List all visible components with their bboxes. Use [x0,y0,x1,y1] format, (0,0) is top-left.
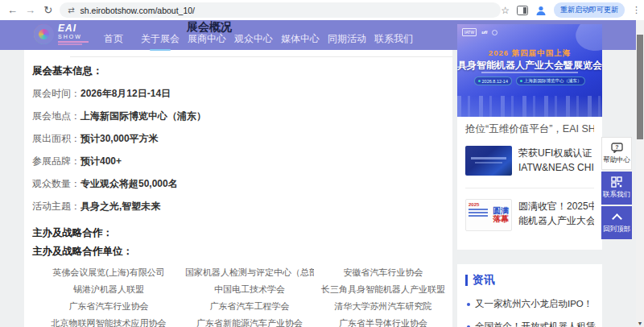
banner-article-title[interactable]: 抢位“五维价值平台”，EAI SHOW 2026，... [465,122,594,135]
chevron-up-icon [612,213,622,224]
banner-badges: 2026.8.12-14 上海新国际博览中心（浦东） [457,77,602,85]
org-cell: 中国电工技术学会 [185,281,314,298]
browser-toolbar: ← → ↻ ⇄ sh.eirobotshow.com/about_10/ ☆ 重… [0,0,644,20]
info-section-title: 展会基本信息： [32,66,452,77]
active-nav-underline [150,49,171,51]
banner-title: 具身智能机器人产业大会暨展览会 [457,59,602,72]
url-text[interactable]: sh.eirobotshow.com/about_10/ [80,6,195,15]
nav-item-about[interactable]: 关于展会 [141,32,180,51]
chrome-menu-icon[interactable]: ⋮ [632,5,641,15]
news-thumbnail [465,146,512,176]
org-cell: 广东省汽车工程学会 [185,298,314,315]
divider [465,188,594,188]
org-cell: 广东省新能源汽车产业协会 [185,315,314,327]
back-to-top-button[interactable]: 回到顶部 [601,206,632,239]
org-cell: 安徽省汽车行业协会 [314,264,452,281]
org-cell: 长三角具身智能机器人产业联盟 [314,281,452,298]
reload-icon[interactable]: ↻ [43,4,53,16]
page-scrollbar[interactable]: ▼ [636,20,644,327]
org-cell: 广东省半导体行业协会 [314,315,452,327]
logo-subtext-bar [58,41,89,43]
round-logo [492,30,497,35]
thumb-text: 落幕 [493,215,509,223]
scrollbar-down-arrow[interactable]: ▼ [636,321,644,326]
banner-subtitle: 2026 第四届中国上海 [457,48,602,59]
thumb-year: 2025 [469,202,490,207]
zixun-item-ipo[interactable]: 又一家杭州六小龙启动IPO！ [467,298,596,310]
org-cell: 英佛会议展览(上海)有限公司 [32,264,185,281]
svg-text:?: ? [615,144,618,150]
news-title-line: IATW&NEAS CHINA跻身... [518,160,594,175]
info-line-venue: 展会地点：上海新国际博览中心（浦东） [32,111,452,122]
org-cell: 北京物联网智能技术应用协会 [32,315,185,327]
banner-logos: IATW ufi [462,28,497,36]
site-info-icon[interactable]: ⇄ [68,6,74,14]
floating-toolbar: ? 帮助中心 联系我们 回到顶部 [601,137,632,239]
nav-item-contact-us[interactable]: 联系我们 [374,32,413,51]
bullet-dot [467,303,470,306]
back-icon[interactable]: ← [7,4,18,16]
banner-venue-badge: 上海新国际博览中心（浦东） [516,77,586,85]
info-line-theme: 活动主题：具身之光,智塑未来 [32,201,452,212]
news-title-line: 能机器人产业大会暨展览... [518,213,594,228]
ufi-logo: ufi [481,30,487,35]
forward-icon[interactable]: → [25,4,35,16]
nav-item-home[interactable]: 首页 [94,32,133,51]
help-center-button[interactable]: ? 帮助中心 [601,137,632,170]
chrome-update-button[interactable]: 重新启动即可更新 [554,2,625,18]
logo-swirl-icon [34,24,54,44]
org-cell: 清华大学苏州汽车研究院 [314,298,452,315]
partners-section-title: 主办及战略合作： [32,228,452,238]
org-cell: 国家机器人检测与评定中心（总部） [185,264,314,281]
contact-us-button[interactable]: 联系我们 [601,172,632,205]
city-skyline-graphic [457,96,602,117]
logo-subtext-bar2 [58,43,82,45]
nav-item-concurrent-events[interactable]: 同期活动 [328,32,366,51]
scrollbar-thumb[interactable] [637,35,643,139]
banner-date-badge: 2026.8.12-14 [474,77,512,85]
nav-item-visitor-center[interactable]: 观众中心 [234,32,273,51]
zixun-item-rental[interactable]: 全国首个！开放式机器人租赁平台“擎天租... [467,321,596,327]
section-accent-bar [465,275,468,286]
iatw-logo: IATW [462,28,477,36]
event-banner-image[interactable]: IATW ufi 2026 第四届中国上海 具身智能机器人产业大会暨展览会 20… [457,24,602,117]
banner-tagline-bar [481,72,578,73]
eai-show-logo[interactable]: EAI SHOW [34,23,89,45]
address-bar[interactable]: ⇄ sh.eirobotshow.com/about_10/ [60,2,501,18]
info-line-brands: 参展品牌：预计400+ [32,156,452,167]
org-cell: 广东省汽车行业协会 [32,298,185,315]
profile-avatar-icon[interactable] [535,5,547,16]
info-line-date: 展会时间：2026年8月12日-14日 [32,89,452,99]
zixun-section-title: 资讯 [473,273,495,288]
partner-org-table: 英佛会议展览(上海)有限公司 国家机器人检测与评定中心（总部） 安徽省汽车行业协… [32,264,452,327]
nav-item-exhibitor-center[interactable]: 展商中心 [188,32,226,51]
news-thumbnail: 2025 圆满 落幕 [465,199,512,231]
sidebar-news-card: IATW ufi 2026 第四届中国上海 具身智能机器人产业大会暨展览会 20… [457,24,602,250]
side-panel-icon[interactable] [517,6,528,15]
main-nav: 首页 关于展会 展商中心 观众中心 媒体中心 同期活动 联系我们 [94,32,413,51]
info-line-visitors: 观众数量：专业观众将超50,000名 [32,179,452,189]
qr-code-icon [611,176,622,188]
info-line-area: 展出面积：预计30,000平方米 [32,134,452,144]
main-content: 展会基本信息： 展会时间：2026年8月12日-14日 展会地点：上海新国际博览… [24,50,452,327]
help-chat-icon: ? [611,143,623,153]
logo-text-eai: EAI [58,23,89,33]
news-item-2025-closing[interactable]: 2025 圆满 落幕 圆满收官！2025中国具身智 能机器人产业大会暨展览... [465,199,594,231]
zixun-section: 资讯 又一家杭州六小龙启动IPO！ 全国首个！开放式机器人租赁平台“擎天租... [457,264,602,327]
content-top-divider [70,56,452,57]
org-cell: 锡港沪机器人联盟 [32,281,185,298]
news-title-line: 荣获UFI权威认证！ [518,146,594,160]
logo-text-show: SHOW [58,34,89,39]
bookmark-star-icon[interactable]: ☆ [501,5,510,16]
nav-item-media-center[interactable]: 媒体中心 [281,32,320,51]
news-title-line: 圆满收官！2025中国具身智 [518,199,594,213]
partners-section-subtitle: 主办及战略合作单位： [32,246,452,257]
news-item-ufi[interactable]: 荣获UFI权威认证！ IATW&NEAS CHINA跻身... [465,146,594,176]
